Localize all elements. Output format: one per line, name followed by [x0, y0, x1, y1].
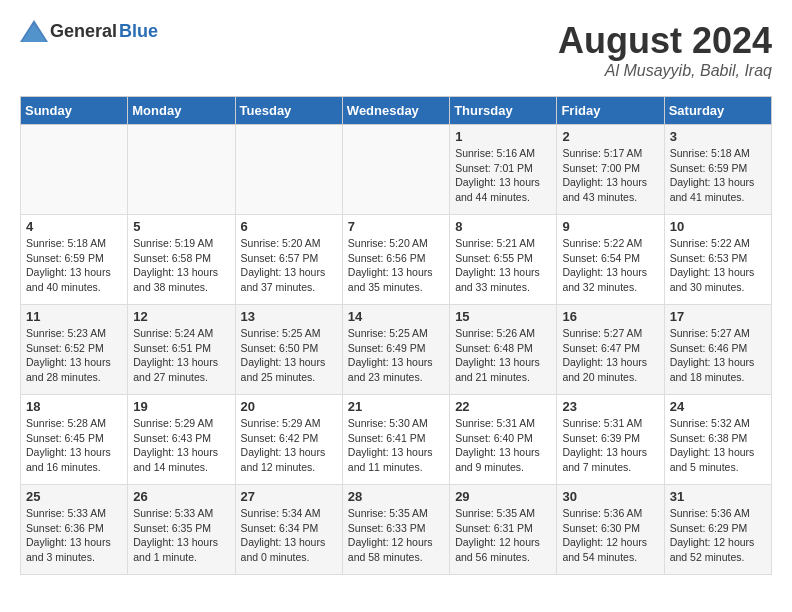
- week-row-3: 11Sunrise: 5:23 AM Sunset: 6:52 PM Dayli…: [21, 305, 772, 395]
- calendar-cell: 29Sunrise: 5:35 AM Sunset: 6:31 PM Dayli…: [450, 485, 557, 575]
- calendar-cell: 31Sunrise: 5:36 AM Sunset: 6:29 PM Dayli…: [664, 485, 771, 575]
- day-info: Sunrise: 5:36 AM Sunset: 6:30 PM Dayligh…: [562, 506, 658, 565]
- day-info: Sunrise: 5:19 AM Sunset: 6:58 PM Dayligh…: [133, 236, 229, 295]
- day-info: Sunrise: 5:24 AM Sunset: 6:51 PM Dayligh…: [133, 326, 229, 385]
- calendar-cell: 22Sunrise: 5:31 AM Sunset: 6:40 PM Dayli…: [450, 395, 557, 485]
- day-number: 20: [241, 399, 337, 414]
- calendar-cell: 18Sunrise: 5:28 AM Sunset: 6:45 PM Dayli…: [21, 395, 128, 485]
- day-info: Sunrise: 5:29 AM Sunset: 6:43 PM Dayligh…: [133, 416, 229, 475]
- weekday-header-wednesday: Wednesday: [342, 97, 449, 125]
- day-info: Sunrise: 5:34 AM Sunset: 6:34 PM Dayligh…: [241, 506, 337, 565]
- day-info: Sunrise: 5:33 AM Sunset: 6:35 PM Dayligh…: [133, 506, 229, 565]
- day-info: Sunrise: 5:22 AM Sunset: 6:53 PM Dayligh…: [670, 236, 766, 295]
- day-number: 23: [562, 399, 658, 414]
- day-number: 21: [348, 399, 444, 414]
- calendar-cell: 14Sunrise: 5:25 AM Sunset: 6:49 PM Dayli…: [342, 305, 449, 395]
- calendar-cell: 30Sunrise: 5:36 AM Sunset: 6:30 PM Dayli…: [557, 485, 664, 575]
- calendar-table: SundayMondayTuesdayWednesdayThursdayFrid…: [20, 96, 772, 575]
- calendar-cell: 25Sunrise: 5:33 AM Sunset: 6:36 PM Dayli…: [21, 485, 128, 575]
- calendar-cell: 16Sunrise: 5:27 AM Sunset: 6:47 PM Dayli…: [557, 305, 664, 395]
- day-info: Sunrise: 5:23 AM Sunset: 6:52 PM Dayligh…: [26, 326, 122, 385]
- day-number: 27: [241, 489, 337, 504]
- day-number: 15: [455, 309, 551, 324]
- day-info: Sunrise: 5:29 AM Sunset: 6:42 PM Dayligh…: [241, 416, 337, 475]
- day-number: 4: [26, 219, 122, 234]
- day-info: Sunrise: 5:22 AM Sunset: 6:54 PM Dayligh…: [562, 236, 658, 295]
- day-info: Sunrise: 5:25 AM Sunset: 6:50 PM Dayligh…: [241, 326, 337, 385]
- logo-blue: Blue: [119, 21, 158, 42]
- day-number: 7: [348, 219, 444, 234]
- weekday-header-sunday: Sunday: [21, 97, 128, 125]
- day-info: Sunrise: 5:33 AM Sunset: 6:36 PM Dayligh…: [26, 506, 122, 565]
- week-row-5: 25Sunrise: 5:33 AM Sunset: 6:36 PM Dayli…: [21, 485, 772, 575]
- calendar-cell: 21Sunrise: 5:30 AM Sunset: 6:41 PM Dayli…: [342, 395, 449, 485]
- day-number: 14: [348, 309, 444, 324]
- day-number: 26: [133, 489, 229, 504]
- calendar-cell: 5Sunrise: 5:19 AM Sunset: 6:58 PM Daylig…: [128, 215, 235, 305]
- calendar-cell: 10Sunrise: 5:22 AM Sunset: 6:53 PM Dayli…: [664, 215, 771, 305]
- calendar-cell: 6Sunrise: 5:20 AM Sunset: 6:57 PM Daylig…: [235, 215, 342, 305]
- calendar-cell: 9Sunrise: 5:22 AM Sunset: 6:54 PM Daylig…: [557, 215, 664, 305]
- day-number: 31: [670, 489, 766, 504]
- calendar-cell: 4Sunrise: 5:18 AM Sunset: 6:59 PM Daylig…: [21, 215, 128, 305]
- day-number: 17: [670, 309, 766, 324]
- day-info: Sunrise: 5:27 AM Sunset: 6:47 PM Dayligh…: [562, 326, 658, 385]
- month-title: August 2024: [558, 20, 772, 62]
- svg-marker-1: [22, 24, 46, 42]
- calendar-cell: 26Sunrise: 5:33 AM Sunset: 6:35 PM Dayli…: [128, 485, 235, 575]
- day-number: 24: [670, 399, 766, 414]
- day-info: Sunrise: 5:27 AM Sunset: 6:46 PM Dayligh…: [670, 326, 766, 385]
- day-info: Sunrise: 5:35 AM Sunset: 6:31 PM Dayligh…: [455, 506, 551, 565]
- day-info: Sunrise: 5:20 AM Sunset: 6:57 PM Dayligh…: [241, 236, 337, 295]
- calendar-cell: 15Sunrise: 5:26 AM Sunset: 6:48 PM Dayli…: [450, 305, 557, 395]
- calendar-cell: 11Sunrise: 5:23 AM Sunset: 6:52 PM Dayli…: [21, 305, 128, 395]
- weekday-header-tuesday: Tuesday: [235, 97, 342, 125]
- calendar-cell: [21, 125, 128, 215]
- day-number: 12: [133, 309, 229, 324]
- week-row-2: 4Sunrise: 5:18 AM Sunset: 6:59 PM Daylig…: [21, 215, 772, 305]
- weekday-header-monday: Monday: [128, 97, 235, 125]
- logo-general: General: [50, 21, 117, 42]
- day-number: 5: [133, 219, 229, 234]
- day-info: Sunrise: 5:30 AM Sunset: 6:41 PM Dayligh…: [348, 416, 444, 475]
- day-number: 25: [26, 489, 122, 504]
- day-info: Sunrise: 5:21 AM Sunset: 6:55 PM Dayligh…: [455, 236, 551, 295]
- calendar-cell: 20Sunrise: 5:29 AM Sunset: 6:42 PM Dayli…: [235, 395, 342, 485]
- day-number: 3: [670, 129, 766, 144]
- calendar-cell: 3Sunrise: 5:18 AM Sunset: 6:59 PM Daylig…: [664, 125, 771, 215]
- location-title: Al Musayyib, Babil, Iraq: [558, 62, 772, 80]
- calendar-cell: [128, 125, 235, 215]
- calendar-cell: 1Sunrise: 5:16 AM Sunset: 7:01 PM Daylig…: [450, 125, 557, 215]
- calendar-cell: 28Sunrise: 5:35 AM Sunset: 6:33 PM Dayli…: [342, 485, 449, 575]
- day-number: 9: [562, 219, 658, 234]
- day-info: Sunrise: 5:26 AM Sunset: 6:48 PM Dayligh…: [455, 326, 551, 385]
- day-info: Sunrise: 5:31 AM Sunset: 6:39 PM Dayligh…: [562, 416, 658, 475]
- day-info: Sunrise: 5:25 AM Sunset: 6:49 PM Dayligh…: [348, 326, 444, 385]
- day-info: Sunrise: 5:32 AM Sunset: 6:38 PM Dayligh…: [670, 416, 766, 475]
- day-number: 30: [562, 489, 658, 504]
- calendar-cell: 7Sunrise: 5:20 AM Sunset: 6:56 PM Daylig…: [342, 215, 449, 305]
- day-number: 1: [455, 129, 551, 144]
- day-number: 18: [26, 399, 122, 414]
- day-info: Sunrise: 5:18 AM Sunset: 6:59 PM Dayligh…: [670, 146, 766, 205]
- day-number: 16: [562, 309, 658, 324]
- calendar-cell: 12Sunrise: 5:24 AM Sunset: 6:51 PM Dayli…: [128, 305, 235, 395]
- calendar-cell: 24Sunrise: 5:32 AM Sunset: 6:38 PM Dayli…: [664, 395, 771, 485]
- day-info: Sunrise: 5:31 AM Sunset: 6:40 PM Dayligh…: [455, 416, 551, 475]
- day-info: Sunrise: 5:36 AM Sunset: 6:29 PM Dayligh…: [670, 506, 766, 565]
- weekday-header-thursday: Thursday: [450, 97, 557, 125]
- day-number: 19: [133, 399, 229, 414]
- logo: General Blue: [20, 20, 158, 42]
- calendar-cell: 23Sunrise: 5:31 AM Sunset: 6:39 PM Dayli…: [557, 395, 664, 485]
- day-info: Sunrise: 5:16 AM Sunset: 7:01 PM Dayligh…: [455, 146, 551, 205]
- day-number: 11: [26, 309, 122, 324]
- day-number: 22: [455, 399, 551, 414]
- week-row-1: 1Sunrise: 5:16 AM Sunset: 7:01 PM Daylig…: [21, 125, 772, 215]
- calendar-cell: [342, 125, 449, 215]
- weekday-header-row: SundayMondayTuesdayWednesdayThursdayFrid…: [21, 97, 772, 125]
- day-number: 2: [562, 129, 658, 144]
- calendar-cell: 27Sunrise: 5:34 AM Sunset: 6:34 PM Dayli…: [235, 485, 342, 575]
- day-info: Sunrise: 5:20 AM Sunset: 6:56 PM Dayligh…: [348, 236, 444, 295]
- weekday-header-friday: Friday: [557, 97, 664, 125]
- day-number: 13: [241, 309, 337, 324]
